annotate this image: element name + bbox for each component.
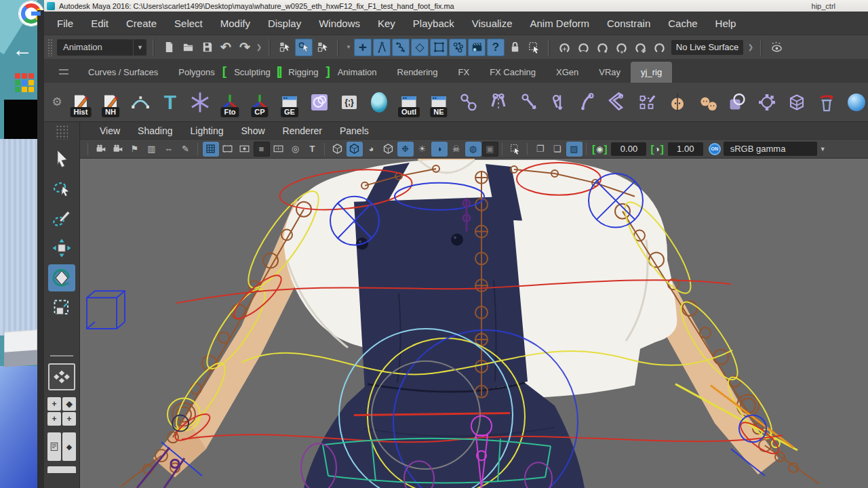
gamma-field[interactable]: 1.00 [668, 142, 703, 156]
shelf-button-ge[interactable]: GE [276, 87, 303, 118]
resolution-gate-button[interactable] [237, 142, 253, 157]
toolbar-grip[interactable] [47, 39, 54, 56]
paint-select-tool[interactable] [48, 205, 75, 232]
viewport-canvas[interactable] [80, 159, 868, 488]
shelf-tab-xgen[interactable]: XGen [546, 62, 589, 83]
lock-selection-button[interactable] [506, 39, 524, 56]
shelf-button-copy-skin-weights[interactable] [694, 87, 721, 118]
save-scene-button[interactable] [198, 39, 216, 56]
toolbox-grip[interactable] [56, 125, 68, 140]
menu-select[interactable]: Select [165, 15, 212, 32]
toolbar-collapse-arrow[interactable]: ❯ [747, 39, 755, 56]
shelf-tab-rendering[interactable]: Rendering [387, 62, 448, 83]
shelf-button-lattice-box[interactable] [783, 87, 810, 118]
pan-zoom-button[interactable]: ⇔ [161, 142, 177, 157]
exposure-icon[interactable]: [◉] [592, 143, 607, 155]
panel-menu-shading[interactable]: Shading [129, 123, 181, 138]
layout-persp-outliner-button[interactable]: ◆ [62, 397, 76, 411]
menu-display[interactable]: Display [259, 15, 310, 32]
shelf-tab-fx[interactable]: FX [448, 62, 480, 83]
panel-menu-view[interactable]: View [91, 123, 129, 138]
lasso-tool[interactable] [48, 175, 75, 202]
scale-tool[interactable] [48, 294, 75, 321]
make-live-clapper-button[interactable] [468, 39, 486, 56]
smooth-shade-button[interactable] [347, 142, 363, 157]
shelf-button-insert-joint[interactable] [545, 87, 572, 118]
shadows-button[interactable]: ◑ [431, 142, 448, 157]
panel-menu-renderer[interactable]: Renderer [274, 123, 331, 138]
menu-playback[interactable]: Playback [404, 15, 463, 32]
safe-action-button[interactable]: ◎ [288, 142, 304, 157]
open-scene-button[interactable] [179, 39, 197, 56]
shelf-button-ep-curve[interactable] [127, 87, 154, 118]
shelf-button-paint-weights[interactable] [843, 87, 868, 118]
output-connections-button[interactable] [612, 39, 630, 56]
gate-mask-button[interactable]: ■ [254, 142, 270, 157]
input-connections-button[interactable] [555, 39, 573, 56]
shelf-button-mirror-skin-weights[interactable] [664, 87, 691, 118]
shelf-button-sets[interactable] [306, 87, 333, 118]
shelf-button-lattice[interactable] [724, 87, 751, 118]
menu-cache[interactable]: Cache [659, 15, 706, 32]
menu-windows[interactable]: Windows [310, 15, 369, 32]
layout-outliner-button[interactable] [47, 432, 61, 461]
grid-toggle-button[interactable] [203, 142, 219, 157]
shelf-button-bind-skin[interactable] [634, 87, 661, 118]
new-scene-button[interactable] [160, 39, 178, 56]
menu-constrain[interactable]: Constrain [598, 15, 659, 32]
undo-button[interactable]: ↶ [217, 39, 235, 56]
menu-anim-deform[interactable]: Anim Deform [521, 15, 599, 32]
film-gate-button[interactable] [220, 142, 236, 157]
color-management-toggle[interactable]: ON [709, 143, 721, 155]
visibility-eye-icon[interactable] [768, 39, 785, 56]
live-surface-magnet-button[interactable] [650, 39, 668, 56]
snap-to-point-button[interactable]: ◇ [411, 39, 429, 56]
grease-pencil-button[interactable]: ✎ [178, 142, 194, 157]
lights-button[interactable]: ☀ [414, 142, 431, 157]
shelf-gear-icon[interactable]: ⚙ [48, 95, 66, 109]
shelf-button-fto[interactable]: Fto [216, 87, 243, 118]
menu-key[interactable]: Key [369, 15, 404, 32]
shelf-button-star[interactable] [186, 87, 214, 118]
snap-to-path-button[interactable] [392, 39, 410, 56]
menu-visualize[interactable]: Visualize [463, 15, 521, 32]
field-chart-button[interactable] [271, 142, 287, 157]
shelf-button-outliner[interactable]: Outl [395, 87, 422, 118]
menu-file[interactable]: File [48, 15, 82, 32]
layout-split-button[interactable]: + [47, 412, 61, 426]
shelf-tabs-grip[interactable] [59, 69, 68, 75]
highlight-selection-button[interactable] [525, 39, 542, 56]
shelf-button-nh[interactable]: NH [97, 87, 124, 118]
group-collapse-arrow[interactable]: ❯ [255, 39, 263, 56]
shelf-tab-fx-caching[interactable]: FX Caching [479, 62, 546, 83]
move-tool[interactable] [48, 235, 75, 262]
layout-four-view-button[interactable] [48, 363, 75, 390]
select-tool[interactable] [48, 145, 75, 172]
select-camera-button[interactable] [93, 142, 109, 157]
menu-help[interactable]: Help [707, 15, 745, 32]
panel-menu-show[interactable]: Show [233, 123, 274, 138]
select-hierarchy-button[interactable] [276, 39, 294, 56]
camera-lock-button[interactable]: ▣ [482, 142, 498, 157]
construction-history-button[interactable] [631, 39, 649, 56]
shelf-button-script[interactable]: {;} [336, 87, 363, 118]
shelf-button-cluster[interactable] [753, 87, 781, 118]
menuset-dropdown[interactable]: Animation ▼ [57, 39, 146, 56]
panel-menu-panels[interactable]: Panels [331, 123, 378, 138]
menu-edit[interactable]: Edit [82, 15, 117, 32]
rotate-tool[interactable] [48, 264, 75, 291]
gamma-icon[interactable]: [◑] [650, 143, 663, 155]
shelf-button-joint-tool[interactable] [455, 87, 482, 118]
xray-button[interactable]: ☠ [448, 142, 465, 157]
shelf-button-text[interactable]: T [157, 87, 184, 118]
shelf-tab-rigging[interactable]: Rigging [278, 62, 328, 83]
bookmark-button[interactable]: ⚑ [127, 142, 143, 157]
layout-persp-button[interactable]: ◆ [62, 432, 76, 461]
snap-to-viewplane-button[interactable] [430, 39, 448, 56]
half-shade-button[interactable]: ◕ [363, 142, 380, 157]
textured-button[interactable] [380, 142, 397, 157]
redo-button[interactable]: ↷ [236, 39, 254, 56]
shelf-button-ik-spline[interactable] [604, 87, 631, 118]
textured-image-button[interactable]: ▨ [566, 142, 583, 157]
input-curve-button[interactable] [574, 39, 592, 56]
